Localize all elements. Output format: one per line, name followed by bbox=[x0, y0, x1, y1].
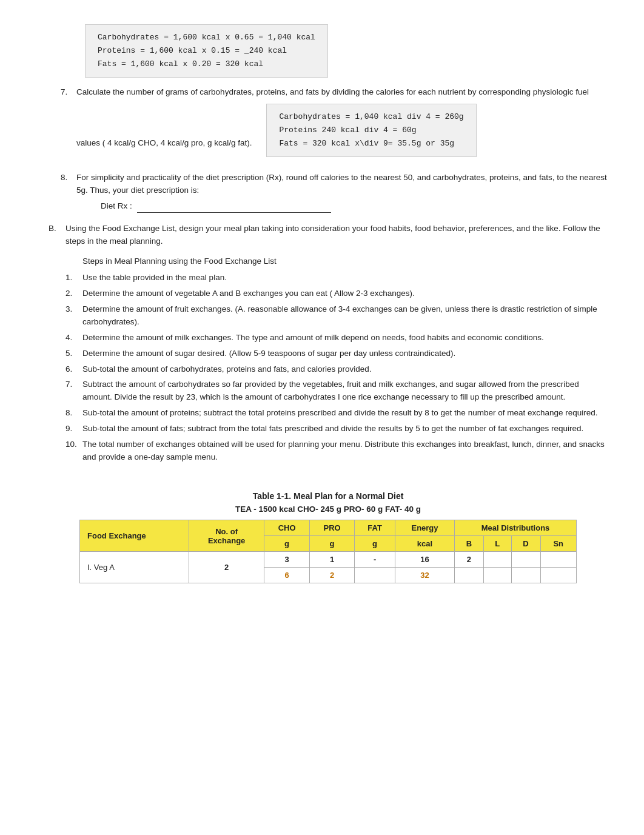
th-d: D bbox=[511, 536, 540, 552]
td-l-vega bbox=[483, 552, 511, 568]
item-7-content: Calculate the number of grams of carbohy… bbox=[76, 86, 608, 166]
th-sn: Sn bbox=[540, 536, 576, 552]
steps-heading: Steps in Meal Planning using the Food Ex… bbox=[82, 255, 608, 268]
th-b: B bbox=[454, 536, 483, 552]
td-fat-vega: - bbox=[355, 552, 395, 568]
th-energy-unit: kcal bbox=[395, 536, 455, 552]
td-sub-energy-vega: 32 bbox=[395, 568, 455, 583]
step-2-num: 2. bbox=[65, 287, 82, 300]
step-2-text: Determine the amount of vegetable A and … bbox=[82, 287, 608, 300]
step-1: 1. Use the table provided in the meal pl… bbox=[65, 272, 608, 284]
step-5-text: Determine the amount of sugar desired. (… bbox=[82, 347, 608, 360]
step-3-num: 3. bbox=[65, 303, 82, 329]
step-8-num: 8. bbox=[65, 407, 82, 420]
calc7-line-1: Carbohydrates = 1,040 kcal div 4 = 260g bbox=[279, 110, 463, 124]
step-3-text: Determine the amount of fruit exchanges.… bbox=[82, 303, 608, 329]
item-8-text: For simplicity and practicality of the d… bbox=[76, 173, 607, 195]
td-sn2-vega bbox=[540, 568, 576, 583]
th-meal-dist: Meal Distributions bbox=[454, 520, 576, 536]
td-l2-vega bbox=[483, 568, 511, 583]
step-4-num: 4. bbox=[65, 332, 82, 344]
th-l: L bbox=[483, 536, 511, 552]
diet-rx-line: Diet Rx : bbox=[101, 200, 608, 213]
diet-rx-blank bbox=[137, 200, 331, 213]
th-pro-unit: g bbox=[310, 536, 355, 552]
step-4: 4. Determine the amount of milk exchange… bbox=[65, 332, 608, 344]
step-10-num: 10. bbox=[65, 438, 82, 464]
step-8: 8. Sub-total the amount of proteins; sub… bbox=[65, 407, 608, 420]
table-subtitle: TEA - 1500 kcal CHO- 245 g PRO- 60 g FAT… bbox=[49, 505, 608, 514]
calc-box-top: Carbohydrates = 1,600 kcal x 0.65 = 1,04… bbox=[85, 24, 328, 78]
td-cho-vega: 3 bbox=[264, 552, 310, 568]
section-b-alpha: B. bbox=[49, 223, 65, 467]
step-7-text: Subtract the amount of carbohydrates so … bbox=[82, 378, 608, 404]
td-food-exchange-vega: I. Veg A bbox=[80, 552, 189, 583]
table-section: Table 1-1. Meal Plan for a Normal Diet T… bbox=[49, 491, 608, 583]
step-9-text: Sub-total the amount of fats; subtract f… bbox=[82, 423, 608, 435]
td-sub-cho-vega: 6 bbox=[264, 568, 310, 583]
list-item-7: 7. Calculate the number of grams of carb… bbox=[61, 86, 608, 166]
td-sn-vega bbox=[540, 552, 576, 568]
meal-plan-table: Food Exchange No. of Exchange CHO PRO FA… bbox=[79, 520, 577, 583]
calc-box-7: Carbohydrates = 1,040 kcal div 4 = 260g … bbox=[266, 104, 476, 157]
td-pro-vega: 1 bbox=[310, 552, 355, 568]
td-d2-vega bbox=[511, 568, 540, 583]
calc-line-2: Proteins = 1,600 kcal x 0.15 = _240 kcal bbox=[98, 44, 315, 58]
alpha-list: B. Using the Food Exchange List, design … bbox=[49, 223, 608, 467]
steps-list: 1. Use the table provided in the meal pl… bbox=[65, 272, 608, 464]
calc7-line-3: Fats = 320 kcal x\div 9= 35.5g or 35g bbox=[279, 137, 463, 150]
step-7-num: 7. bbox=[65, 378, 82, 404]
table-header-row-1: Food Exchange No. of Exchange CHO PRO FA… bbox=[80, 520, 577, 536]
list-item-8: 8. For simplicity and practicality of th… bbox=[61, 172, 608, 213]
td-energy-vega: 16 bbox=[395, 552, 455, 568]
step-6-num: 6. bbox=[65, 363, 82, 376]
td-no-vega: 2 bbox=[189, 552, 264, 583]
step-9: 9. Sub-total the amount of fats; subtrac… bbox=[65, 423, 608, 435]
th-pro: PRO bbox=[310, 520, 355, 536]
td-sub-fat-vega bbox=[355, 568, 395, 583]
main-numbered-list: 7. Calculate the number of grams of carb… bbox=[61, 86, 608, 213]
step-4-text: Determine the amount of milk exchanges. … bbox=[82, 332, 608, 344]
td-b-vega: 2 bbox=[454, 552, 483, 568]
th-no-of-exchange: No. of Exchange bbox=[189, 520, 264, 552]
item-7-num: 7. bbox=[61, 86, 76, 166]
step-6: 6. Sub-total the amount of carbohydrates… bbox=[65, 363, 608, 376]
step-10-text: The total number of exchanges obtained w… bbox=[82, 438, 608, 464]
section-b: B. Using the Food Exchange List, design … bbox=[49, 223, 608, 467]
td-d-vega bbox=[511, 552, 540, 568]
th-food-exchange: Food Exchange bbox=[80, 520, 189, 552]
item-8-num: 8. bbox=[61, 172, 76, 213]
th-fat: FAT bbox=[355, 520, 395, 536]
step-3: 3. Determine the amount of fruit exchang… bbox=[65, 303, 608, 329]
section-b-content: Using the Food Exchange List, design you… bbox=[65, 223, 608, 467]
step-5: 5. Determine the amount of sugar desired… bbox=[65, 347, 608, 360]
th-fat-unit: g bbox=[355, 536, 395, 552]
calc-line-1: Carbohydrates = 1,600 kcal x 0.65 = 1,04… bbox=[98, 31, 315, 44]
table-row-vega-1: I. Veg A 2 3 1 - 16 2 bbox=[80, 552, 577, 568]
item-8-content: For simplicity and practicality of the d… bbox=[76, 172, 608, 213]
calc-line-3: Fats = 1,600 kcal x 0.20 = 320 kcal bbox=[98, 58, 315, 71]
step-9-num: 9. bbox=[65, 423, 82, 435]
steps-heading-text: Steps in Meal Planning using the Food Ex… bbox=[82, 257, 277, 266]
calc7-line-2: Proteins 240 kcal div 4 = 60g bbox=[279, 124, 463, 137]
step-10: 10. The total number of exchanges obtain… bbox=[65, 438, 608, 464]
step-2: 2. Determine the amount of vegetable A a… bbox=[65, 287, 608, 300]
step-8-text: Sub-total the amount of proteins; subtra… bbox=[82, 407, 608, 420]
section-b-text: Using the Food Exchange List, design you… bbox=[65, 224, 600, 246]
step-1-text: Use the table provided in the meal plan. bbox=[82, 272, 608, 284]
td-sub-pro-vega: 2 bbox=[310, 568, 355, 583]
step-7: 7. Subtract the amount of carbohydrates … bbox=[65, 378, 608, 404]
table-title: Table 1-1. Meal Plan for a Normal Diet bbox=[49, 491, 608, 501]
diet-rx-label: Diet Rx : bbox=[101, 201, 132, 210]
step-5-num: 5. bbox=[65, 347, 82, 360]
th-energy: Energy bbox=[395, 520, 455, 536]
step-1-num: 1. bbox=[65, 272, 82, 284]
td-b2-vega bbox=[454, 568, 483, 583]
th-cho-unit: g bbox=[264, 536, 310, 552]
step-6-text: Sub-total the amount of carbohydrates, p… bbox=[82, 363, 608, 376]
th-cho: CHO bbox=[264, 520, 310, 536]
